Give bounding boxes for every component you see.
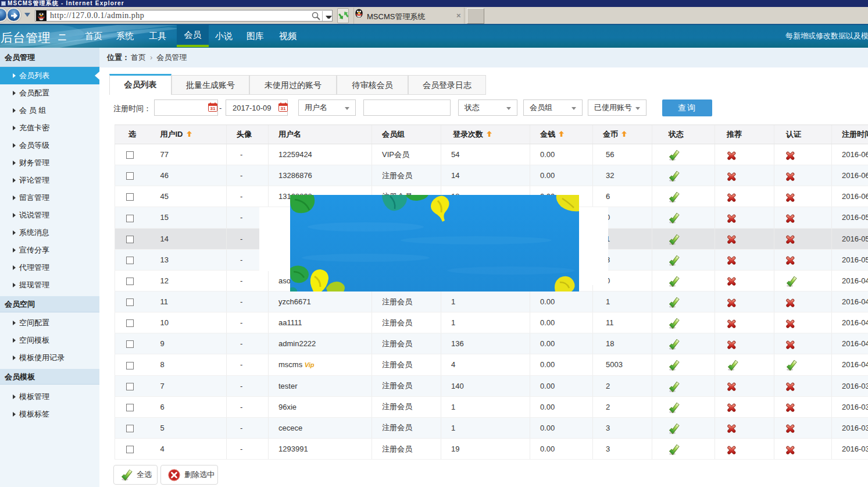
- svg-text:31: 31: [281, 106, 286, 111]
- svg-text:31: 31: [210, 106, 216, 111]
